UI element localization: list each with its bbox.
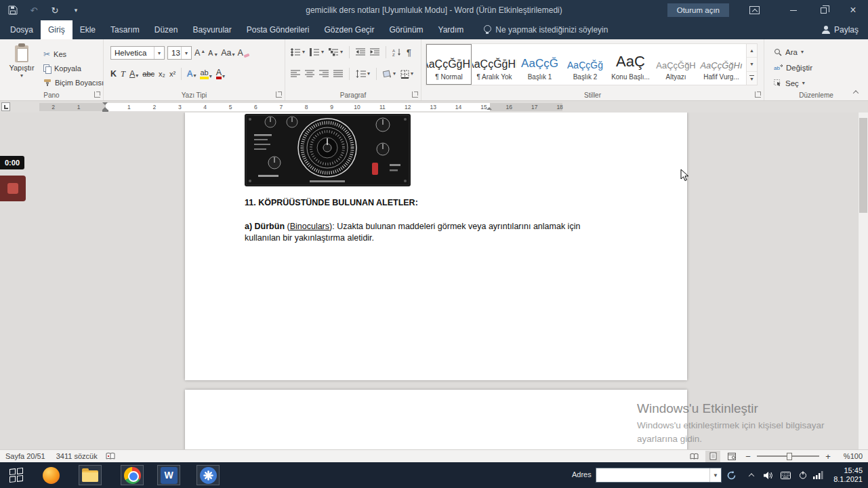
- instrument-image[interactable]: [245, 114, 411, 186]
- align-center-button[interactable]: [305, 70, 314, 78]
- increase-indent-button[interactable]: [370, 48, 379, 56]
- zoom-percentage[interactable]: %100: [837, 452, 863, 460]
- subscript-button[interactable]: x₂: [159, 70, 165, 78]
- document-page-2[interactable]: [185, 390, 687, 449]
- taskbar-recorder-app-icon[interactable]: [197, 465, 220, 485]
- zoom-slider-thumb[interactable]: [787, 453, 792, 460]
- font-name-caret-icon[interactable]: ▾: [154, 47, 164, 59]
- undo-icon[interactable]: ↶: [28, 4, 40, 16]
- taskbar-clock[interactable]: 15:45 8.1.2021: [833, 466, 863, 484]
- read-mode-button[interactable]: [686, 451, 701, 462]
- paste-button[interactable]: Yapıştır ▾: [5, 43, 38, 94]
- tab-gorunum[interactable]: Görünüm: [382, 20, 431, 39]
- zoom-slider[interactable]: [757, 451, 819, 462]
- network-icon[interactable]: [810, 462, 825, 488]
- collapse-ribbon-button[interactable]: [850, 88, 861, 96]
- decrease-indent-button[interactable]: [356, 48, 365, 56]
- strikethrough-button[interactable]: abc: [142, 70, 154, 78]
- horizontal-ruler[interactable]: 21123456789101112131415161718: [0, 101, 868, 113]
- styles-gallery-expand-icon[interactable]: ▼: [747, 72, 757, 85]
- tab-duzen[interactable]: Düzen: [147, 20, 186, 39]
- grow-font-button[interactable]: A▲: [194, 48, 205, 58]
- share-button[interactable]: Paylaş: [822, 20, 859, 39]
- taskbar-file-explorer-icon[interactable]: [79, 465, 102, 485]
- font-name-combobox[interactable]: Helvetica ▾: [110, 46, 165, 60]
- format-painter-button[interactable]: Biçim Boyacısı: [43, 75, 104, 89]
- address-dropdown-caret-icon[interactable]: ▼: [709, 468, 721, 482]
- align-right-button[interactable]: [319, 70, 329, 78]
- tab-gozden-gecir[interactable]: Gözden Geçir: [316, 20, 381, 39]
- italic-button[interactable]: T: [121, 69, 125, 79]
- line-spacing-button[interactable]: ▾: [356, 70, 370, 78]
- tab-giris[interactable]: Giriş: [41, 20, 73, 39]
- tab-yardim[interactable]: Yardım: [431, 20, 472, 39]
- taskbar-word-icon[interactable]: W: [157, 465, 180, 485]
- power-icon[interactable]: [795, 462, 810, 488]
- tab-ekle[interactable]: Ekle: [73, 20, 103, 39]
- recorder-stop-button[interactable]: [0, 176, 26, 201]
- select-button[interactable]: Seç ▾: [774, 77, 812, 89]
- style-heading1[interactable]: AaÇçĞ Başlık 1: [517, 44, 562, 85]
- styles-scroll-up-icon[interactable]: ▲: [747, 44, 757, 58]
- sign-in-button[interactable]: Oturum açın: [667, 3, 729, 17]
- start-button[interactable]: [0, 462, 33, 488]
- cut-button[interactable]: ✂ Kes: [43, 47, 104, 61]
- borders-button[interactable]: ▾: [400, 70, 413, 79]
- show-hide-paragraph-marks-button[interactable]: ¶: [407, 47, 411, 58]
- ribbon-display-options-icon[interactable]: [749, 6, 760, 14]
- indent-marker-right[interactable]: [487, 107, 492, 110]
- zoom-out-button[interactable]: −: [743, 451, 753, 462]
- word-count[interactable]: 3411 sözcük: [51, 452, 103, 460]
- redo-icon[interactable]: ↻: [49, 4, 61, 16]
- style-subtle-emphasis[interactable]: AaÇçĞğHı Hafif Vurg...: [699, 44, 744, 85]
- sort-button[interactable]: AZ: [392, 48, 402, 56]
- multilevel-list-button[interactable]: ▾: [329, 48, 343, 56]
- address-input[interactable]: ▼: [596, 468, 722, 483]
- zoom-in-button[interactable]: +: [823, 451, 833, 462]
- tab-posta-gonderileri[interactable]: Posta Gönderileri: [239, 20, 317, 39]
- restore-button[interactable]: [808, 0, 838, 20]
- web-layout-button[interactable]: [724, 451, 739, 462]
- indent-marker-left[interactable]: [102, 102, 108, 112]
- change-case-button[interactable]: Aa▾: [221, 48, 234, 58]
- underline-button[interactable]: A▾: [129, 69, 138, 79]
- minimize-button[interactable]: [779, 0, 808, 20]
- page-indicator[interactable]: Sayfa 20/51: [0, 452, 51, 460]
- scrollbar-thumb[interactable]: [859, 118, 867, 213]
- style-heading2[interactable]: AaÇçĞğ Başlık 2: [562, 44, 608, 85]
- tab-tasarim[interactable]: Tasarım: [103, 20, 147, 39]
- style-no-spacing[interactable]: AaÇçĞğHh ¶ Aralık Yok: [472, 44, 517, 85]
- replace-button[interactable]: ab Değiştir: [774, 62, 812, 74]
- style-title[interactable]: AaÇ Konu Başlı...: [608, 44, 653, 85]
- tab-dosya[interactable]: Dosya: [3, 20, 41, 39]
- customize-qat-caret-icon[interactable]: ▾: [70, 4, 82, 16]
- bold-button[interactable]: K: [110, 69, 117, 79]
- highlight-button[interactable]: ab▾: [200, 69, 211, 79]
- font-size-caret-icon[interactable]: ▾: [181, 47, 191, 59]
- font-color-button[interactable]: A▾: [216, 68, 225, 80]
- print-layout-button[interactable]: [705, 451, 720, 462]
- find-button[interactable]: Ara ▾: [774, 46, 812, 58]
- style-subtitle[interactable]: AaÇçĞğH Altyazı: [653, 44, 699, 85]
- show-hidden-icons-button[interactable]: [744, 462, 759, 488]
- proofing-icon[interactable]: [106, 452, 115, 460]
- align-left-button[interactable]: [291, 70, 300, 78]
- superscript-button[interactable]: x²: [169, 70, 175, 78]
- style-normal[interactable]: AaÇçĞğHh ¶ Normal: [426, 44, 472, 85]
- shrink-font-button[interactable]: A▼: [208, 49, 218, 57]
- styles-scroll-down-icon[interactable]: ▼: [747, 58, 757, 71]
- tab-basvurular[interactable]: Başvurular: [185, 20, 239, 39]
- document-page-1[interactable]: 11. KÖPRÜÜSTÜNDE BULUNAN ALETLER: a) Dür…: [185, 113, 687, 380]
- clear-formatting-button[interactable]: A: [238, 48, 249, 58]
- justify-button[interactable]: [333, 70, 343, 78]
- font-size-combobox[interactable]: 13 ▾: [167, 46, 192, 60]
- numbering-button[interactable]: ▾: [310, 48, 324, 56]
- address-refresh-button[interactable]: [724, 462, 739, 488]
- bullets-button[interactable]: ▾: [291, 48, 305, 56]
- tab-stop-selector[interactable]: [1, 102, 10, 111]
- copy-button[interactable]: Kopyala: [43, 61, 104, 75]
- shading-button[interactable]: ▾: [383, 70, 396, 78]
- paste-caret-icon[interactable]: ▾: [20, 73, 23, 79]
- keyboard-icon[interactable]: [778, 462, 793, 488]
- taskbar-firefox-icon[interactable]: [39, 465, 62, 485]
